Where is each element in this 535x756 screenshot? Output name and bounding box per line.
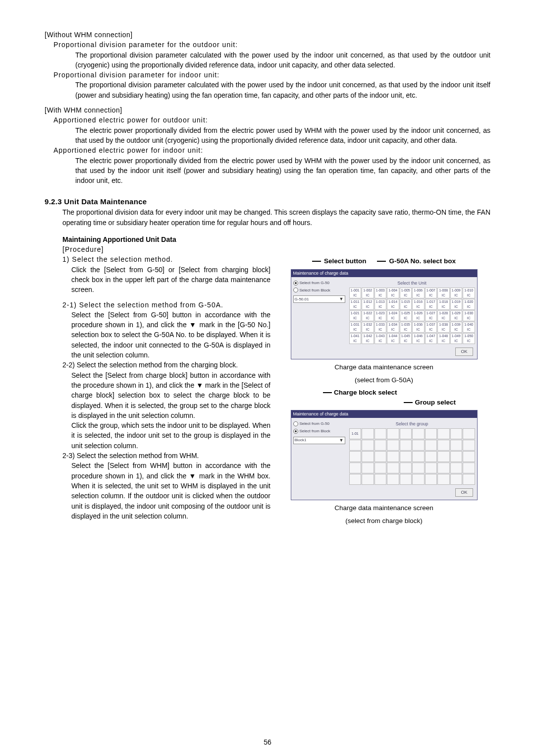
unit-cell[interactable]: 1-050IC xyxy=(463,333,475,344)
unit-cell[interactable]: 1-022IC xyxy=(362,310,374,321)
group-cell[interactable] xyxy=(349,463,362,473)
group-cell[interactable] xyxy=(437,440,450,451)
unit-cell[interactable]: 1-043IC xyxy=(374,333,387,344)
unit-cell[interactable]: 1-007IC xyxy=(425,288,437,298)
group-cell[interactable] xyxy=(400,428,412,439)
group-cell[interactable] xyxy=(450,440,463,451)
group-cell[interactable] xyxy=(450,428,463,439)
group-cell[interactable] xyxy=(400,451,412,462)
group-cell[interactable] xyxy=(362,440,374,451)
group-cell[interactable] xyxy=(450,463,463,473)
unit-cell[interactable]: 1-049IC xyxy=(450,333,463,344)
group-cell[interactable] xyxy=(425,451,437,462)
group-cell[interactable] xyxy=(450,451,463,462)
unit-cell[interactable]: 1-048IC xyxy=(437,333,450,344)
unit-cell[interactable]: 1-004IC xyxy=(387,288,399,298)
shot2-combo[interactable]: Block1 ▼ xyxy=(293,437,345,444)
group-cell[interactable] xyxy=(450,474,463,485)
unit-cell[interactable]: 1-033IC xyxy=(374,322,387,333)
unit-cell[interactable]: 1-037IC xyxy=(425,322,437,333)
shot1-radio-block[interactable]: Select from Block xyxy=(293,288,345,293)
group-cell[interactable] xyxy=(362,474,374,485)
group-cell[interactable] xyxy=(387,463,399,473)
group-cell[interactable] xyxy=(437,428,450,439)
group-cell[interactable] xyxy=(374,451,387,462)
unit-cell[interactable]: 1-016IC xyxy=(412,299,425,310)
unit-cell[interactable]: 1-002IC xyxy=(362,288,374,298)
group-cell[interactable] xyxy=(362,428,374,439)
group-cell[interactable] xyxy=(412,428,425,439)
unit-cell[interactable]: 1-005IC xyxy=(400,288,412,298)
unit-cell[interactable]: 1-030IC xyxy=(463,310,475,321)
group-cell[interactable] xyxy=(374,474,387,485)
unit-cell[interactable]: 1-032IC xyxy=(362,322,374,333)
unit-cell[interactable]: 1-044IC xyxy=(387,333,399,344)
unit-cell[interactable]: 1-046IC xyxy=(412,333,425,344)
unit-cell[interactable]: 1-024IC xyxy=(387,310,399,321)
unit-cell[interactable]: 1-039IC xyxy=(450,322,463,333)
unit-cell[interactable]: 1-010IC xyxy=(463,288,475,298)
unit-cell[interactable]: 1-029IC xyxy=(450,310,463,321)
unit-cell[interactable]: 1-031IC xyxy=(349,322,362,333)
group-cell[interactable] xyxy=(387,440,399,451)
unit-cell[interactable]: 1-011IC xyxy=(349,299,362,310)
unit-cell[interactable]: 1-020IC xyxy=(463,299,475,310)
group-cell[interactable] xyxy=(425,440,437,451)
shot1-radio-g50[interactable]: Select from G-50 xyxy=(293,280,345,286)
group-cell[interactable] xyxy=(437,474,450,485)
group-cell[interactable] xyxy=(387,474,399,485)
unit-cell[interactable]: 1-006IC xyxy=(412,288,425,298)
unit-cell[interactable]: 1-027IC xyxy=(425,310,437,321)
unit-cell[interactable]: 1-023IC xyxy=(374,310,387,321)
shot1-ok-button[interactable]: OK xyxy=(455,348,473,356)
group-cell[interactable] xyxy=(362,463,374,473)
unit-cell[interactable]: 1-028IC xyxy=(437,310,450,321)
unit-cell[interactable]: 1-035IC xyxy=(400,322,412,333)
group-cell[interactable] xyxy=(400,440,412,451)
group-cell[interactable] xyxy=(374,463,387,473)
unit-cell[interactable]: 1-003IC xyxy=(374,288,387,298)
shot2-radio-g50[interactable]: Select from G-50 xyxy=(293,421,345,427)
group-cell[interactable] xyxy=(349,440,362,451)
group-cell[interactable]: 1-01 xyxy=(349,428,362,439)
unit-cell[interactable]: 1-009IC xyxy=(450,288,463,298)
unit-cell[interactable]: 1-026IC xyxy=(412,310,425,321)
unit-cell[interactable]: 1-047IC xyxy=(425,333,437,344)
unit-cell[interactable]: 1-001IC xyxy=(349,288,362,298)
unit-cell[interactable]: 1-012IC xyxy=(362,299,374,310)
shot2-ok-button[interactable]: OK xyxy=(455,488,473,497)
unit-cell[interactable]: 1-021IC xyxy=(349,310,362,321)
group-cell[interactable] xyxy=(437,451,450,462)
unit-cell[interactable]: 1-015IC xyxy=(400,299,412,310)
group-cell[interactable] xyxy=(463,428,475,439)
unit-cell[interactable]: 1-036IC xyxy=(412,322,425,333)
group-cell[interactable] xyxy=(412,463,425,473)
group-cell[interactable] xyxy=(374,440,387,451)
group-cell[interactable] xyxy=(412,451,425,462)
unit-cell[interactable]: 1-014IC xyxy=(387,299,399,310)
group-cell[interactable] xyxy=(387,451,399,462)
group-cell[interactable] xyxy=(437,463,450,473)
unit-cell[interactable]: 1-040IC xyxy=(463,322,475,333)
unit-cell[interactable]: 1-008IC xyxy=(437,288,450,298)
group-cell[interactable] xyxy=(349,451,362,462)
group-cell[interactable] xyxy=(425,463,437,473)
unit-cell[interactable]: 1-045IC xyxy=(400,333,412,344)
group-cell[interactable] xyxy=(374,428,387,439)
group-cell[interactable] xyxy=(400,463,412,473)
group-cell[interactable] xyxy=(412,474,425,485)
unit-cell[interactable]: 1-041IC xyxy=(349,333,362,344)
group-cell[interactable] xyxy=(349,474,362,485)
shot1-combo[interactable]: G-50.01 ▼ xyxy=(293,295,345,303)
group-cell[interactable] xyxy=(400,474,412,485)
group-cell[interactable] xyxy=(463,474,475,485)
shot2-radio-block[interactable]: Select from Block xyxy=(293,428,345,434)
group-cell[interactable] xyxy=(362,451,374,462)
group-cell[interactable] xyxy=(412,440,425,451)
group-cell[interactable] xyxy=(425,428,437,439)
unit-cell[interactable]: 1-038IC xyxy=(437,322,450,333)
unit-cell[interactable]: 1-019IC xyxy=(450,299,463,310)
group-cell[interactable] xyxy=(425,474,437,485)
group-cell[interactable] xyxy=(463,440,475,451)
unit-cell[interactable]: 1-013IC xyxy=(374,299,387,310)
